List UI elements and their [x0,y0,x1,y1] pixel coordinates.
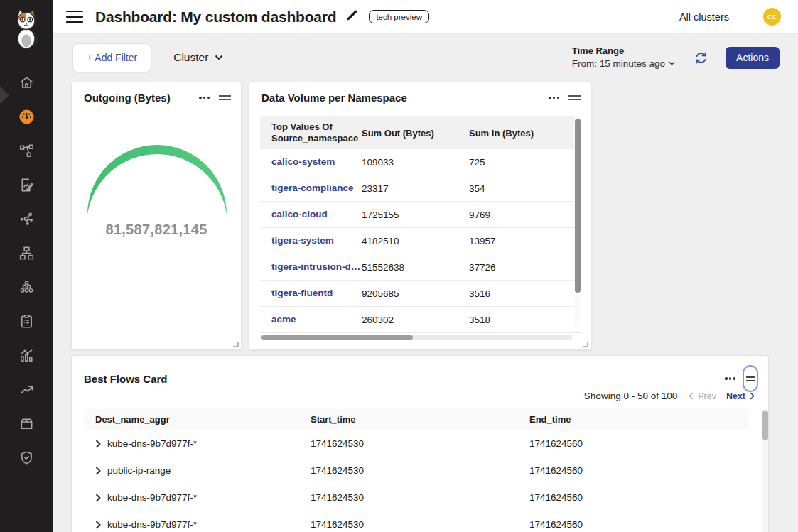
card-menu-button[interactable] [725,374,735,382]
sitemap-icon [18,245,35,261]
sidebar-item-dashboards-active[interactable] [0,99,53,134]
table-row: tigera-intrusion-d… 51552638 37726 [260,254,581,281]
sum-out-value: 9205685 [362,288,469,299]
showing-count: Showing 0 - 50 of 100 [584,391,677,401]
time-range-label: Time Range [572,45,675,58]
table-row: kube-dns-9b7d977f-* 1741624530 174162456… [84,484,749,511]
namespace-link[interactable]: tigera-fluentd [260,288,362,300]
tech-preview-badge: tech preview [369,10,429,23]
time-range-value-dropdown[interactable]: From: 15 minutes ago [572,58,675,70]
end-time: 1741624560 [529,438,749,449]
clipboard-icon [18,313,35,330]
table-row: acme 260302 3518 [260,307,581,333]
sidebar-item-workloads[interactable] [0,406,53,440]
sum-in-value: 3516 [469,288,581,299]
dest-name: kube-dns-9b7d977f-* [107,492,197,503]
column-header: Dest_name_aggr [84,414,311,425]
refresh-icon [694,50,708,65]
chevron-right-icon [95,494,101,502]
sum-in-value: 9769 [469,210,581,220]
end-time: 1741624560 [529,492,749,503]
calico-cat-logo-icon [10,7,43,51]
sum-out-value: 1725155 [362,210,469,220]
table-row: tigera-fluentd 9205685 3516 [260,281,581,307]
namespace-link[interactable]: acme [260,314,362,326]
column-header: Sum In (Bytes) [469,128,581,139]
next-page-button[interactable]: Next [726,391,755,401]
sum-out-value: 4182510 [362,236,469,246]
chevron-right-icon [95,467,101,475]
namespace-table-header: Top Values Of Source_namespace Sum Out (… [260,116,581,149]
expand-row-button[interactable] [95,467,101,475]
chevron-down-icon [669,61,675,65]
sidebar-item-flow-visualizations[interactable] [0,202,53,236]
best-flows-card: Best Flows Card Showing 0 - 50 of 100 Pr… [71,355,769,532]
card-menu-button[interactable] [199,94,210,102]
expand-row-button[interactable] [95,494,101,502]
scrollbar-thumb[interactable] [261,335,413,340]
expand-row-button[interactable] [95,440,101,448]
scrollbar-thumb[interactable] [575,119,581,293]
sum-out-value: 109033 [362,157,469,168]
sidebar-item-compliance[interactable] [0,304,53,338]
sidebar-item-statistics[interactable] [0,338,53,372]
column-header: Top Values Of Source_namespace [260,121,362,145]
sidebar-item-clusters[interactable] [0,270,53,304]
trend-up-icon [18,381,35,398]
card-drag-handle[interactable] [219,93,231,103]
table-row: kube-dns-9b7d977f-* 1741624530 174162456… [84,430,749,457]
end-time: 1741624560 [529,465,749,476]
best-flows-card-title: Best Flows Card [84,373,168,385]
dest-name: kube-dns-9b7d977f-* [107,438,197,449]
actions-button[interactable]: Actions [726,47,780,69]
table-row: public-ip-range 1741624530 1741624560 [84,457,749,484]
card-drag-handle[interactable] [568,93,581,103]
namespace-link[interactable]: calico-system [260,156,362,168]
column-header: End_time [529,414,749,425]
cluster-filter-dropdown[interactable]: Cluster [173,51,223,64]
chevron-left-icon [689,392,694,400]
card-resize-handle[interactable] [233,342,239,347]
sidebar-item-security[interactable] [0,440,53,474]
cluster-selector[interactable]: All clusters [679,11,729,23]
sidebar-item-home[interactable] [0,65,53,99]
pencil-icon [345,9,359,22]
hamburger-menu-icon[interactable] [66,11,83,23]
namespace-table: Top Values Of Source_namespace Sum Out (… [260,116,581,342]
table-row: calico-system 109033 725 [260,149,581,175]
sidebar-item-topology[interactable] [0,236,53,270]
expand-row-button[interactable] [95,521,101,529]
card-drag-handle-focused[interactable] [743,365,758,392]
horizontal-scrollbar[interactable] [260,335,572,340]
sidebar-item-trends[interactable] [0,372,53,406]
add-filter-button[interactable]: + Add Filter [72,43,151,72]
card-resize-handle[interactable] [583,342,588,347]
calico-cat-logo[interactable] [10,7,43,51]
sum-out-value: 260302 [362,315,469,325]
outgoing-bytes-value: 81,587,821,145 [72,222,241,238]
time-range-value: From: 15 minutes ago [572,58,665,70]
namespace-link[interactable]: tigera-intrusion-d… [260,261,362,273]
namespace-link[interactable]: tigera-system [260,235,362,247]
namespace-link[interactable]: calico-cloud [260,209,362,221]
vertical-scrollbar[interactable] [762,409,768,532]
sum-in-value: 13957 [469,236,581,246]
sidebar-item-reports[interactable] [0,168,53,202]
namespace-link[interactable]: tigera-compliance [260,183,362,195]
vertical-scrollbar[interactable] [574,116,581,327]
refresh-button[interactable] [694,50,708,65]
prev-page-button[interactable]: Prev [689,391,716,401]
sidebar-item-service-graph[interactable] [0,134,53,168]
data-volume-card: Data Volume per Namespace Top Values Of … [249,82,591,350]
start-time: 1741624530 [311,492,529,503]
package-icon [18,416,35,432]
scrollbar-thumb[interactable] [762,411,768,440]
card-menu-button[interactable] [549,94,559,102]
table-row: calico-cloud 1725155 9769 [260,202,581,228]
shield-check-icon [18,450,35,466]
filter-bar: + Add Filter Cluster Time Range From: 15… [53,34,798,81]
edit-title-button[interactable] [345,9,359,25]
node-graph-icon [18,143,35,159]
user-avatar[interactable]: CC [763,8,781,26]
column-header: Sum Out (Bytes) [362,128,469,139]
